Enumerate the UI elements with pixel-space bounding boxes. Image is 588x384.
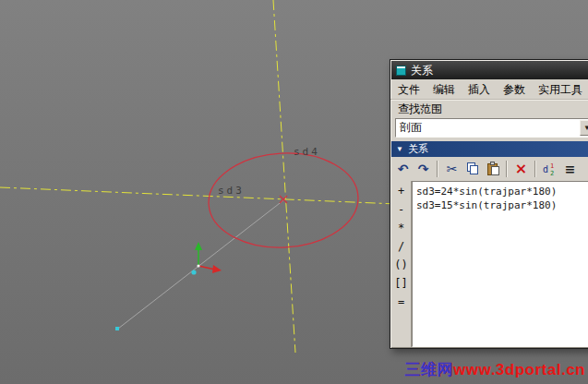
paste-icon [486, 162, 500, 176]
paste-button[interactable] [483, 160, 502, 179]
dimension-label-sd4[interactable]: sd4 [294, 146, 320, 158]
operator-plus-button[interactable]: + [391, 182, 411, 200]
redo-icon: ↷ [418, 162, 429, 175]
triad-x-axis-arrow [212, 265, 222, 273]
find-scope-select[interactable]: 剖面 ▼ [395, 118, 588, 138]
redo-button[interactable]: ↷ [414, 160, 433, 179]
menu-edit[interactable]: 编辑 [433, 82, 455, 98]
relations-editor[interactable]: sd3=24*sin(trajpar*180) sd3=15*sin(trajp… [412, 181, 588, 347]
operator-multiply-button[interactable]: * [391, 219, 411, 237]
relations-section-header[interactable]: ▼ 关系 [391, 141, 588, 157]
svg-text:2: 2 [550, 170, 554, 176]
menu-file[interactable]: 文件 [398, 82, 420, 98]
menu-bar: 文件 编辑 插入 参数 实用工具 [390, 80, 588, 100]
menu-utilities[interactable]: 实用工具 [538, 82, 582, 98]
watermark-url: www.3dportal.cn [453, 361, 585, 378]
triad-y-axis-arrow [195, 242, 202, 250]
menu-parameters[interactable]: 参数 [503, 82, 525, 98]
svg-text:d: d [543, 164, 548, 174]
watermark: 三维网www.3dportal.cn [405, 359, 585, 380]
triad-origin [197, 264, 199, 267]
operator-divide-button[interactable]: / [391, 237, 411, 256]
menu-insert[interactable]: 插入 [468, 82, 490, 98]
delete-icon: × [515, 162, 527, 176]
insert-dimension-button[interactable]: d 1 2 [540, 160, 559, 179]
svg-text:1: 1 [550, 162, 554, 170]
insert-dimension-icon: d 1 2 [543, 162, 558, 176]
trajectory-endpoint[interactable] [115, 327, 119, 330]
delete-button[interactable]: × [511, 160, 531, 179]
screenshot-root: sd4 sd3 三维网www.3dportal.cn 关系 文件 编辑 插入 参… [0, 0, 588, 384]
section-header-label: 关系 [408, 142, 428, 156]
trajectory-line[interactable] [118, 200, 283, 329]
operator-parentheses-button[interactable]: () [391, 256, 411, 274]
copy-button[interactable] [462, 160, 482, 179]
relations-content: + - * / () [] = sd3=24*sin(trajpar*180) … [391, 181, 588, 347]
operator-minus-button[interactable]: - [391, 200, 411, 219]
cut-icon: ✂ [447, 162, 458, 175]
collapse-arrow-icon: ▼ [396, 145, 403, 153]
find-scope-label: 查找范围 [390, 100, 588, 117]
window-icon [396, 66, 406, 76]
csys-point[interactable] [191, 270, 196, 274]
centerline-vertical[interactable] [273, 0, 295, 353]
dialog-title: 关系 [411, 63, 433, 78]
dimension-label-sd3[interactable]: sd3 [218, 185, 245, 197]
cut-button[interactable]: ✂ [442, 160, 462, 179]
chevron-down-icon[interactable]: ▼ [580, 120, 588, 136]
toolbar-separator [506, 161, 508, 177]
operator-equals-button[interactable]: = [391, 293, 411, 311]
undo-icon: ↶ [398, 162, 409, 175]
operator-brackets-button[interactable]: [] [391, 274, 411, 293]
toolbar-separator [437, 161, 438, 177]
relation-line: sd3=24*sin(trajpar*180) [416, 185, 588, 198]
operator-column: + - * / () [] = [391, 181, 412, 347]
list-icon: ≡ [565, 162, 576, 175]
csys-triad [191, 242, 222, 275]
centerline-horizontal[interactable] [0, 187, 397, 204]
find-scope-value: 剖面 [400, 120, 422, 136]
list-button[interactable]: ≡ [560, 160, 580, 179]
copy-icon [465, 162, 480, 176]
undo-button[interactable]: ↶ [393, 160, 413, 179]
dialog-titlebar[interactable]: 关系 [391, 61, 588, 79]
toolbar-separator [534, 161, 536, 177]
relations-toolbar: ↶ ↷ ✂ × d [390, 157, 588, 181]
relations-dialog: 关系 文件 编辑 插入 参数 实用工具 查找范围 剖面 ▼ ▼ 关系 ↶ ↷ ✂ [390, 59, 588, 349]
watermark-site: 三维网 [405, 361, 454, 378]
relation-line: sd3=15*sin(trajpar*180) [416, 198, 588, 212]
